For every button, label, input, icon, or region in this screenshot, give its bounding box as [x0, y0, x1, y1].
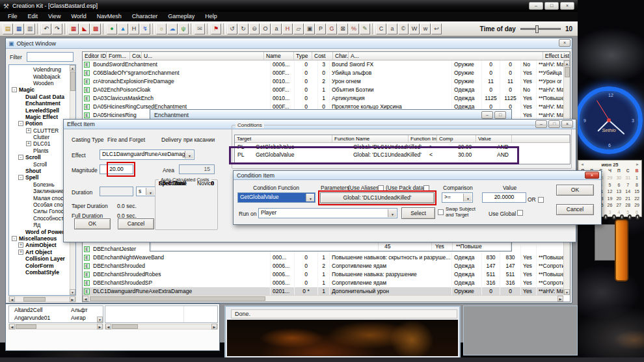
object-window-title-bar[interactable]: ▣ Object Window × — [6, 38, 572, 49]
calendar-day[interactable]: 30 — [614, 175, 623, 182]
tree-item[interactable]: + CLUTTER — [10, 127, 69, 134]
calendar-day[interactable]: 7 — [623, 182, 632, 189]
collision-icon[interactable]: ⊠ — [338, 23, 348, 34]
toolbar-separator[interactable] — [37, 23, 40, 34]
markers-icon[interactable]: O — [260, 23, 271, 34]
objects-icon[interactable]: a — [271, 23, 282, 34]
global-parameter-button[interactable]: Global: 'DLC1UndeadKilled' — [320, 192, 435, 203]
column-header[interactable]: Editor ID — [83, 52, 107, 60]
tree-item[interactable]: LeveledSpell — [10, 107, 69, 113]
save-icon[interactable]: ▦ — [14, 23, 24, 34]
scroll-right-icon[interactable]: ▶ — [70, 296, 75, 302]
menu-item[interactable]: View — [43, 12, 66, 21]
swap-subject-checkbox[interactable] — [438, 209, 444, 215]
use-aliases-checkbox[interactable] — [378, 185, 384, 191]
cell-list-row[interactable]: Altand2Cell Альфт — [9, 306, 103, 314]
open-folder-icon[interactable]: ▤ — [3, 23, 13, 34]
warnings-icon[interactable]: ⚑ — [211, 23, 221, 34]
calendar-day[interactable]: 20 — [614, 196, 623, 203]
menu-item[interactable]: File — [3, 12, 23, 21]
calendar-day[interactable]: 14 — [623, 188, 632, 196]
toolbar-separator[interactable] — [64, 23, 67, 34]
condition-column-header[interactable]: Function Name — [332, 135, 409, 143]
tree-item[interactable]: ColorForm — [10, 262, 69, 268]
tree-item[interactable]: Shout — [10, 168, 69, 174]
cell-c-icon[interactable]: C — [376, 23, 386, 34]
calendar-day[interactable]: 12 — [606, 188, 615, 196]
tree-item[interactable]: Заклинание — [10, 188, 69, 194]
filter-input[interactable] — [27, 52, 74, 62]
scroll-right-icon[interactable]: ▶ — [211, 324, 217, 330]
menu-item[interactable]: World — [66, 12, 91, 21]
copyright-icon[interactable]: © — [398, 23, 409, 34]
value-input[interactable]: 20.0000 — [482, 192, 526, 203]
horizontal-scrollbar[interactable]: ◀ ▶ — [105, 324, 218, 330]
tree-item[interactable]: Scroll — [10, 161, 69, 167]
tree-item[interactable]: Болезнь — [10, 181, 69, 188]
column-header[interactable]: Char... — [333, 52, 349, 60]
calendar-day[interactable]: 13 — [614, 188, 623, 196]
condition-row[interactable]: PL GetGlobalValue Global: 'DLC1UndeadKil… — [235, 143, 570, 151]
table-row[interactable]: E crAtronachExplosionFireDamage 0010... … — [83, 77, 563, 86]
toolbar-separator[interactable] — [103, 23, 105, 34]
tree-item[interactable]: + AnimObject — [10, 242, 69, 248]
tree-item[interactable]: Enchantment — [10, 100, 69, 107]
tree-item[interactable]: Силы Голоса — [10, 208, 69, 214]
time-of-day-slider[interactable] — [520, 28, 561, 30]
tree-item[interactable]: Особая спос — [10, 201, 69, 208]
condition-row[interactable]: PL GetGlobalValue Global: 'DLC1UndeadKil… — [235, 151, 570, 159]
tree-item[interactable]: Volendrung — [10, 66, 69, 73]
world-big-icon[interactable]: W — [409, 23, 420, 34]
cancel-button[interactable]: Cancel — [556, 204, 594, 215]
calendar-day[interactable]: 19 — [606, 196, 615, 203]
table-row[interactable]: E DBEnchantShroudedRobes 0006... 0 1 Пов… — [83, 270, 563, 279]
scroll-right-icon[interactable]: ▶ — [97, 324, 103, 330]
sky-icon[interactable]: ☁ — [167, 23, 178, 34]
column-header[interactable]: Count — [130, 52, 142, 60]
column-header[interactable]: U... — [142, 52, 264, 60]
condition-column-header[interactable]: Target — [235, 135, 332, 143]
scroll-left-icon[interactable]: ◀ — [9, 324, 15, 330]
toolbar-separator[interactable] — [191, 23, 193, 34]
tree-item[interactable]: Способности — [10, 215, 69, 222]
table-row[interactable]: E DBEnchantNightWeaveBand 000... 0 1 Пов… — [83, 253, 563, 262]
tree-expander-icon[interactable]: - — [12, 236, 17, 241]
close-button[interactable]: × — [585, 172, 599, 179]
column-header[interactable]: A... — [349, 52, 543, 60]
tree-item[interactable]: Magic Effect — [10, 114, 69, 120]
table-row[interactable]: E DA02EnchPoisonCloak 000F... 0 1 Объяти… — [83, 86, 563, 94]
horizontal-scrollbar[interactable]: ◀ ▶ — [8, 296, 76, 302]
use-global-checkbox[interactable] — [517, 210, 523, 216]
calendar-day[interactable]: 29 — [632, 202, 641, 209]
scrollbar-thumb[interactable] — [565, 67, 570, 77]
ok-button[interactable]: OK — [74, 218, 111, 229]
room-bounds-icon[interactable]: ▣ — [304, 23, 315, 34]
condition-item-title-bar[interactable]: Condition Item × — [234, 171, 601, 180]
menu-item[interactable]: NavMesh — [92, 12, 127, 21]
tree-item[interactable]: Dual Cast Data — [10, 94, 69, 100]
hinges-icon[interactable]: H — [282, 23, 293, 34]
table-row[interactable]: E BoundSwordEnchantment 0006... 0 3 Boun… — [83, 60, 563, 69]
or-checkbox[interactable] — [538, 197, 544, 203]
tree-expander-icon[interactable]: + — [26, 128, 31, 133]
tree-expander-icon[interactable]: + — [18, 250, 23, 255]
tree-item[interactable]: Wooden — [10, 80, 69, 86]
scroll-left-icon[interactable]: ◀ — [9, 296, 15, 302]
tree-item[interactable]: - Scroll — [10, 154, 69, 161]
calendar-prev-icon[interactable]: ◄ — [578, 162, 586, 166]
scrollbar-thumb[interactable] — [23, 297, 46, 302]
toolbar-separator[interactable] — [207, 23, 209, 34]
select-button[interactable]: Select — [401, 207, 435, 219]
table-row[interactable]: E DBEnchantShrouded 0006... 0 2 Сопротив… — [83, 262, 563, 270]
world-sphere-icon[interactable]: ● — [107, 23, 117, 34]
sound-marker-icon[interactable]: G — [327, 23, 337, 34]
horizontal-scrollbar[interactable]: ◀ ▶ — [83, 295, 563, 302]
table-row[interactable]: E C06BladeOfY'sgramorEnchanment 000F... … — [83, 69, 563, 77]
tree-item[interactable]: Яд — [10, 222, 69, 228]
world-small-icon[interactable]: w — [420, 23, 431, 34]
table-row[interactable]: E DA03ClavicusMaskEnch 0010... 0 1 Артик… — [83, 94, 563, 103]
calendar-next-icon[interactable]: ► — [634, 162, 641, 166]
minimize-button[interactable]: – — [529, 2, 543, 10]
duration-unit-dropdown[interactable]: s — [136, 187, 155, 196]
scroll-left-icon[interactable]: ◀ — [83, 296, 88, 302]
